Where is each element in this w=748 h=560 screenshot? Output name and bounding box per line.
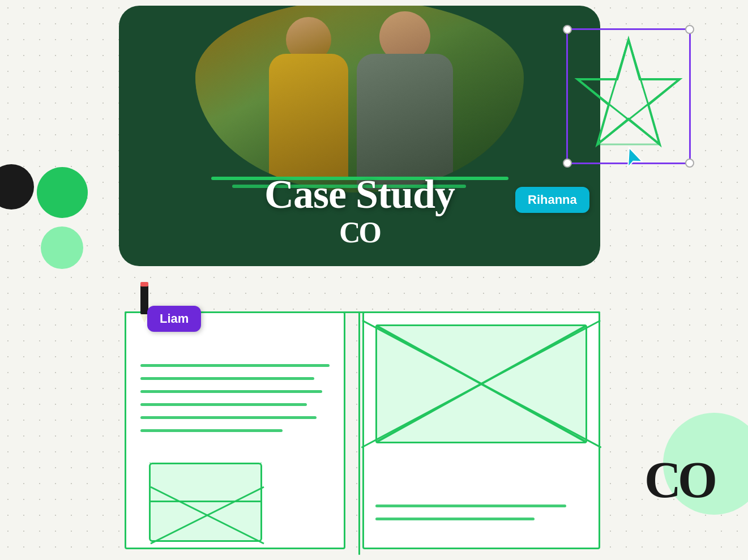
envelope-icon (149, 463, 262, 542)
doc-line-1 (140, 364, 330, 367)
doc-line-5 (140, 416, 317, 419)
selection-handle-tr[interactable] (685, 25, 694, 34)
liam-user-tag[interactable]: Liam (147, 306, 201, 332)
svg-line-1 (609, 40, 629, 105)
doc-right-text-lines (375, 505, 587, 531)
doc-text-lines (140, 364, 330, 442)
placeholder-x (377, 326, 585, 442)
doc-line-6 (140, 429, 283, 432)
vertical-divider (358, 311, 360, 555)
bottom-section: Liam (119, 283, 600, 560)
person-1 (258, 17, 360, 187)
envelope-x-lines (151, 464, 260, 540)
co-logo-large: CO (644, 451, 714, 509)
svg-marker-6 (623, 148, 645, 171)
selection-handle-br[interactable] (685, 159, 694, 168)
case-study-card: Case Study CO (119, 6, 600, 266)
doc-right-line-1 (375, 505, 566, 507)
person-1-body (269, 54, 348, 178)
right-document (362, 311, 600, 549)
decorative-circle-green-large (37, 167, 88, 218)
co-logo-card: CO (339, 216, 380, 249)
person-2 (348, 11, 461, 193)
card-photo (195, 6, 524, 193)
cursor-arrow (623, 147, 646, 172)
svg-line-4 (578, 79, 660, 144)
decorative-circle-green-small (41, 226, 83, 269)
selection-handle-bl[interactable] (563, 159, 572, 168)
doc-line-2 (140, 377, 314, 380)
selection-handle-tl[interactable] (563, 25, 572, 34)
svg-line-3 (597, 79, 679, 144)
doc-right-line-2 (375, 518, 535, 520)
rihanna-user-tag[interactable]: Rihanna (515, 187, 589, 213)
doc-line-4 (140, 403, 307, 406)
doc-line-3 (140, 390, 322, 393)
decorative-circle-dark (0, 164, 34, 210)
svg-rect-9 (140, 282, 148, 287)
person-2-body (357, 54, 453, 190)
svg-line-2 (629, 40, 648, 105)
left-document (125, 311, 345, 549)
star-icon (572, 34, 685, 159)
card-title: Case Study (264, 172, 455, 217)
image-placeholder (375, 324, 587, 443)
